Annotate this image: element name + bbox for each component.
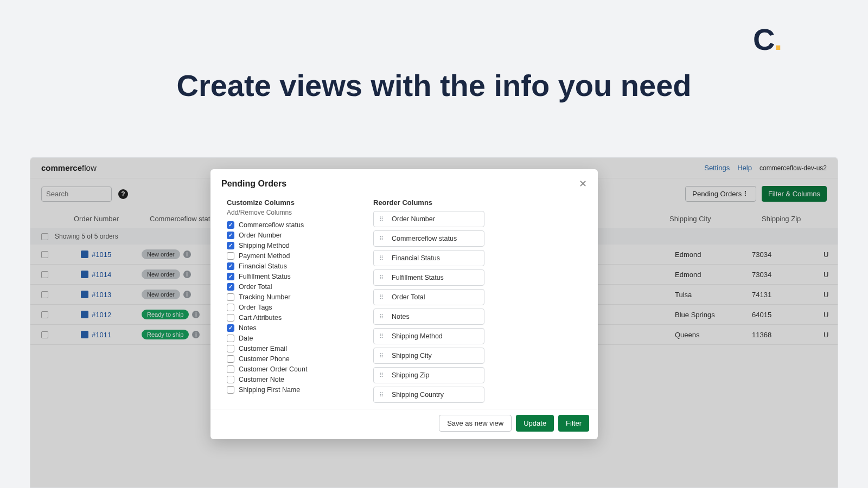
save-as-new-view-button[interactable]: Save as new view [439,415,512,432]
checkbox-icon[interactable] [227,335,234,342]
drag-handle-icon[interactable]: ⠿ [379,296,384,299]
column-checkbox-row[interactable]: ✓ Fulfillment Status [227,271,352,281]
reorder-item[interactable]: ⠿ Shipping Method [373,328,484,344]
drag-handle-icon[interactable]: ⠿ [379,335,384,338]
checkbox-icon[interactable]: ✓ [227,324,234,332]
modal-header: Pending Orders ✕ [210,169,598,195]
column-checkbox-row[interactable]: ✓ Notes [227,323,352,333]
checkbox-icon[interactable] [227,304,234,311]
reorder-list: ⠿ Order Number ⠿ Commerceflow status ⠿ F… [373,211,484,406]
drag-handle-icon[interactable]: ⠿ [379,257,384,260]
modal-title: Pending Orders [221,179,286,189]
column-checkboxes: ✓ Commerceflow status ✓ Order Number ✓ S… [227,220,352,395]
reorder-label: Notes [392,313,410,320]
column-checkbox-row[interactable]: Order Tags [227,302,352,312]
reorder-item[interactable]: ⠿ Commerceflow status [373,230,484,247]
column-checkbox-row[interactable]: Payment Method [227,251,352,261]
column-checkbox-row[interactable]: ✓ Commerceflow status [227,220,352,230]
column-label: Order Number [239,232,282,239]
column-checkbox-row[interactable]: ✓ Order Total [227,281,352,292]
reorder-label: Order Number [392,215,435,223]
customize-columns-panel: Customize Columns Add/Remove Columns ✓ C… [227,198,352,403]
customize-columns-title: Customize Columns [227,198,352,207]
checkbox-icon[interactable]: ✓ [227,273,234,280]
filter-button[interactable]: Filter [558,415,589,432]
checkbox-icon[interactable] [227,293,234,301]
column-checkbox-row[interactable]: Customer Phone [227,354,352,364]
drag-handle-icon[interactable]: ⠿ [379,218,384,221]
reorder-item[interactable]: ⠿ Order Number [373,211,484,227]
drag-handle-icon[interactable]: ⠿ [379,355,384,357]
column-checkbox-row[interactable]: Customer Order Count [227,364,352,374]
brand-logo-corner: C. [753,22,781,57]
drag-handle-icon[interactable]: ⠿ [379,394,384,396]
checkbox-icon[interactable] [227,386,234,394]
logo-letter: C [753,22,774,56]
reorder-item[interactable]: ⠿ Financial Status [373,250,484,266]
reorder-label: Shipping Zip [392,371,430,379]
checkbox-icon[interactable]: ✓ [227,221,234,229]
hero-title: Create views with the info you need [0,68,868,103]
checkbox-icon[interactable] [227,345,234,352]
column-checkbox-row[interactable]: ✓ Financial Status [227,261,352,271]
column-label: Payment Method [239,252,290,260]
reorder-columns-title: Reorder Columns [373,198,484,207]
modal-body: Customize Columns Add/Remove Columns ✓ C… [210,195,598,409]
column-label: Shipping Method [239,242,290,249]
reorder-item[interactable]: ⠿ Shipping City [373,348,484,364]
checkbox-icon[interactable] [227,355,234,363]
drag-handle-icon[interactable]: ⠿ [379,237,384,240]
column-checkbox-row[interactable]: Tracking Number [227,292,352,302]
column-label: Customer Note [239,376,284,383]
drag-handle-icon[interactable]: ⠿ [379,316,384,318]
column-label: Notes [239,324,257,332]
add-remove-label: Add/Remove Columns [227,209,352,216]
reorder-label: Shipping Method [392,332,443,340]
checkbox-icon[interactable]: ✓ [227,242,234,249]
column-checkbox-row[interactable]: Cart Attributes [227,312,352,323]
close-icon[interactable]: ✕ [579,178,587,190]
checkbox-icon[interactable] [227,314,234,322]
column-label: Order Total [239,283,272,291]
filter-columns-modal: Pending Orders ✕ Customize Columns Add/R… [210,169,598,439]
checkbox-icon[interactable]: ✓ [227,262,234,270]
reorder-columns-panel: Reorder Columns ⠿ Order Number ⠿ Commerc… [373,198,484,403]
checkbox-icon[interactable] [227,252,234,260]
drag-handle-icon[interactable]: ⠿ [379,277,384,279]
column-label: Customer Email [239,345,287,352]
column-checkbox-row[interactable]: Customer Note [227,374,352,384]
checkbox-icon[interactable]: ✓ [227,283,234,291]
column-label: Financial Status [239,262,287,270]
column-label: Customer Order Count [239,365,307,373]
reorder-label: Order Total [392,293,425,301]
column-label: Cart Attributes [239,314,282,322]
column-label: Date [239,335,253,342]
reorder-item[interactable]: ⠿ Shipping Country [373,387,484,403]
reorder-item[interactable]: ⠿ Shipping Zip [373,367,484,383]
column-label: Customer Phone [239,355,290,363]
reorder-item[interactable]: ⠿ Fulfillment Status [373,269,484,286]
column-checkbox-row[interactable]: ✓ Shipping Method [227,240,352,251]
checkbox-icon[interactable]: ✓ [227,232,234,239]
checkbox-icon[interactable] [227,365,234,373]
column-label: Tracking Number [239,293,290,301]
column-checkbox-row[interactable]: Customer Email [227,343,352,354]
reorder-label: Financial Status [392,254,440,262]
checkbox-icon[interactable] [227,376,234,383]
column-label: Commerceflow status [239,221,304,229]
reorder-label: Fulfillment Status [392,274,444,281]
column-label: Order Tags [239,304,272,311]
column-label: Fulfillment Status [239,273,291,280]
reorder-item[interactable]: ⠿ Order Total [373,289,484,305]
column-label: Shipping First Name [239,386,300,394]
reorder-label: Commerceflow status [392,235,457,242]
reorder-item[interactable]: ⠿ Notes [373,309,484,325]
update-button[interactable]: Update [516,415,554,432]
reorder-label: Shipping Country [392,391,444,399]
logo-dot: . [774,22,781,56]
drag-handle-icon[interactable]: ⠿ [379,374,384,377]
column-checkbox-row[interactable]: Date [227,333,352,343]
column-checkbox-row[interactable]: ✓ Order Number [227,230,352,240]
column-checkbox-row[interactable]: Shipping First Name [227,384,352,395]
reorder-label: Shipping City [392,352,432,359]
